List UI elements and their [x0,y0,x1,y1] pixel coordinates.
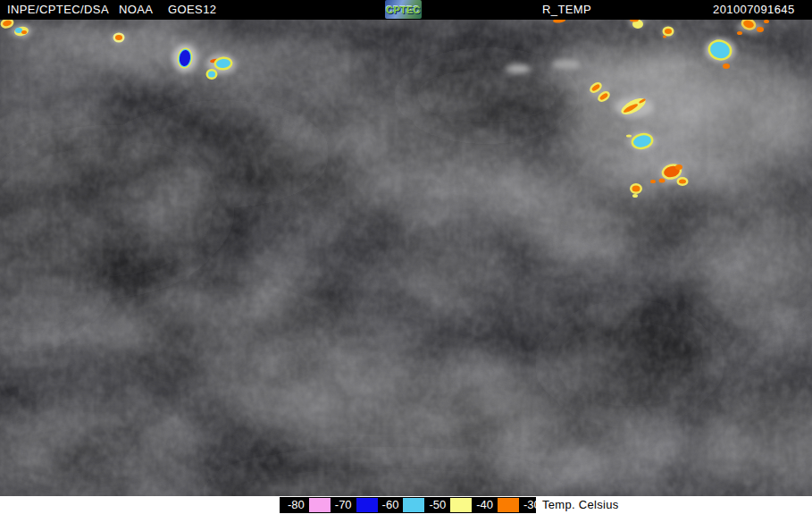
cold-cloud-spot [21,30,27,34]
cold-cloud-spot [723,63,730,69]
cold-cloud-spot [737,31,742,35]
cold-cloud-spot [677,177,689,186]
cold-cloud-spot [663,27,674,37]
legend-swatch [356,498,378,512]
cloud-texture [0,20,812,496]
cold-cloud-spot [626,135,632,138]
legend-label: -40 [473,497,496,513]
agency-label: INPE/CPTEC/DSA [7,0,109,20]
legend-label: -60 [380,497,402,513]
legend-swatch [309,498,331,512]
satellite-product-window: INPE/CPTEC/DSA NOAA GOES12 CPTEC R_TEMP … [0,0,812,514]
header-bar: INPE/CPTEC/DSA NOAA GOES12 CPTEC R_TEMP … [0,0,812,20]
satellite-image [0,20,812,496]
cptec-logo: CPTEC [385,0,422,19]
legend-bar: -80-70-60-50-40-30 Temp. Celsius [0,496,812,514]
legend-swatch [498,498,519,512]
cold-cloud-spot [663,36,666,38]
cold-cloud-spot [15,28,22,33]
cold-cloud-spot [659,179,666,183]
network-label: NOAA [119,0,153,20]
satellite-name-label: GOES12 [168,0,216,20]
product-name-label: R_TEMP [542,0,591,20]
legend-title: Temp. Celsius [542,496,619,514]
cold-cloud-spot [113,33,125,43]
timestamp-label: 201007091645 [713,0,795,20]
cold-cloud-spot [630,183,642,194]
legend-label: -50 [426,497,448,513]
cold-cloud-spot [757,27,764,32]
cold-cloud-spot [650,180,656,183]
legend-label: -80 [285,497,307,513]
legend-label: -70 [332,497,355,513]
cold-cloud-spot [206,69,218,80]
legend-label: -30 [521,497,536,513]
cold-cloud-spot [764,20,769,23]
cold-cloud-spot [675,164,682,170]
cold-cloud-spot [632,194,638,198]
legend-swatch [450,498,472,512]
legend-scale: -80-70-60-50-40-30 [280,497,536,513]
legend-swatch [403,498,424,512]
cptec-logo-text: CPTEC [386,4,420,15]
